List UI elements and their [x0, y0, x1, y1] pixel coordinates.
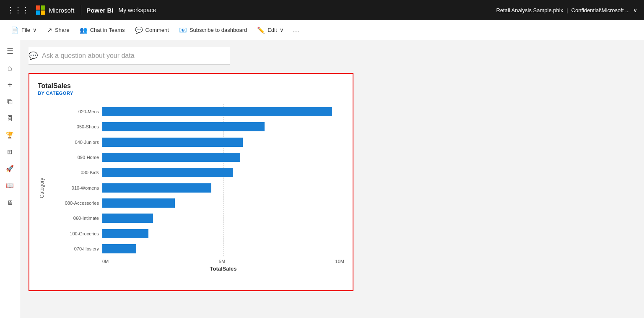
bar-fill[interactable] [102, 244, 136, 253]
x-tick: 0M [102, 259, 109, 264]
chart-title: TotalSales [38, 82, 344, 90]
bar-row: 080-Accessories [48, 197, 344, 209]
comment-label: Comment [145, 27, 169, 33]
bar-label: 050-Shoes [48, 124, 102, 129]
top-bar: ⋮⋮⋮ Microsoft Power BI My workspace Reta… [0, 0, 644, 20]
file-icon: 📄 [11, 26, 19, 34]
x-axis: 0M5M10M [102, 256, 344, 264]
bar-fill[interactable] [102, 107, 332, 116]
subscribe-label: Subscribe to dashboard [190, 27, 247, 33]
bar-track [102, 138, 344, 147]
bar-row: 050-Shoes [48, 120, 344, 133]
bar-fill[interactable] [102, 214, 153, 223]
file-title: Retail Analysis Sample.pbix [496, 7, 563, 13]
sidebar-item-create[interactable]: + [3, 77, 18, 92]
bar-track [102, 107, 344, 116]
x-tick: 10M [335, 259, 344, 264]
bar-label: 100-Groceries [48, 231, 102, 236]
comment-icon: 💬 [135, 26, 143, 34]
powerbi-label: Power BI [86, 7, 113, 14]
chat-label: Chat in Teams [90, 27, 125, 33]
sidebar-item-workspace[interactable]: 📖 [3, 178, 18, 193]
top-bar-right: Retail Analysis Sample.pbix | Confidenti… [496, 7, 637, 13]
teams-icon: 👥 [80, 26, 88, 34]
bar-row: 040-Juniors [48, 136, 344, 149]
subscribe-button[interactable]: 📧 Subscribe to dashboard [175, 24, 251, 36]
apps-icon[interactable]: ⋮⋮⋮ [7, 5, 29, 15]
bar-label: 090-Home [48, 155, 102, 160]
bars-area: 020-Mens050-Shoes040-Juniors090-Home030-… [48, 104, 344, 256]
bar-track [102, 229, 344, 238]
file-label: File [21, 27, 30, 33]
y-axis-label: Category [39, 178, 45, 198]
y-axis-label-container: Category [38, 104, 46, 272]
edit-button[interactable]: ✏️ Edit ∨ [253, 24, 288, 36]
share-label: Share [55, 27, 70, 33]
bar-row: 100-Groceries [48, 227, 344, 240]
bar-row: 020-Mens [48, 105, 344, 118]
bar-track [102, 168, 344, 177]
bar-fill[interactable] [102, 153, 240, 162]
subscribe-icon: 📧 [179, 26, 187, 34]
bar-track [102, 153, 344, 162]
divider [81, 5, 81, 15]
bar-label: 030-Kids [48, 170, 102, 175]
ask-question-bar[interactable]: 💬 Ask a question about your data [29, 47, 230, 65]
bar-chart: Category 020-Mens050-Shoes040-Juniors090… [38, 104, 344, 272]
bar-label: 020-Mens [48, 109, 102, 114]
x-axis-label: TotalSales [102, 264, 344, 272]
bar-row: 090-Home [48, 151, 344, 164]
chat-in-teams-button[interactable]: 👥 Chat in Teams [75, 24, 129, 36]
bar-label: 060-Intimate [48, 216, 102, 221]
bar-track [102, 122, 344, 131]
sidebar-item-apps[interactable]: ⊞ [3, 144, 18, 159]
bar-fill[interactable] [102, 183, 211, 193]
sidebar-item-hamburger[interactable]: ☰ [3, 44, 18, 59]
sidebar: ☰ ⌂ + ⧉ 🗄 🏆 ⊞ 🚀 📖 🖥 [0, 40, 20, 318]
bar-fill[interactable] [102, 198, 175, 208]
bar-label: 070-Hosiery [48, 246, 102, 251]
x-tick: 5M [219, 259, 225, 264]
bar-row: 060-Intimate [48, 212, 344, 224]
edit-icon: ✏️ [257, 26, 265, 34]
bar-fill[interactable] [102, 138, 243, 147]
confidential-label: Confidential\Microsoft ... [571, 7, 630, 13]
bar-fill[interactable] [102, 229, 148, 238]
bar-label: 040-Juniors [48, 140, 102, 145]
ask-icon: 💬 [29, 51, 38, 60]
edit-label: Edit [267, 27, 277, 33]
more-options-button[interactable]: ... [290, 24, 303, 36]
bar-row: 070-Hosiery [48, 242, 344, 255]
sidebar-item-browse[interactable]: ⧉ [3, 94, 18, 109]
bar-track [102, 214, 344, 223]
ask-placeholder: Ask a question about your data [42, 52, 135, 60]
bar-fill[interactable] [102, 168, 233, 177]
dropdown-chevron-button[interactable]: ∨ [633, 7, 637, 13]
sidebar-item-data[interactable]: 🗄 [3, 111, 18, 126]
file-button[interactable]: 📄 File ∨ [7, 24, 41, 36]
file-separator: | [566, 7, 568, 13]
share-button[interactable]: ↗ Share [43, 24, 74, 36]
bar-fill[interactable] [102, 122, 265, 131]
bar-label: 010-Womens [48, 185, 102, 190]
sidebar-item-learn[interactable]: 🚀 [3, 161, 18, 176]
microsoft-label: Microsoft [49, 7, 74, 14]
bar-row: 030-Kids [48, 166, 344, 179]
bar-track [102, 198, 344, 208]
share-icon: ↗ [47, 26, 52, 34]
sidebar-item-workspaces[interactable]: 🖥 [3, 195, 18, 210]
microsoft-logo: Microsoft [36, 5, 74, 15]
workspace-label: My workspace [118, 7, 156, 13]
edit-chevron-icon: ∨ [280, 27, 284, 33]
main-layout: ☰ ⌂ + ⧉ 🗄 🏆 ⊞ 🚀 📖 🖥 💬 Ask a question abo… [0, 40, 644, 318]
chart-card: TotalSales BY CATEGORY Category 020-Mens… [29, 73, 353, 291]
content-area: 💬 Ask a question about your data TotalSa… [20, 40, 644, 318]
bar-track [102, 244, 344, 253]
sidebar-item-goals[interactable]: 🏆 [3, 128, 18, 143]
chart-inner: 020-Mens050-Shoes040-Juniors090-Home030-… [48, 104, 344, 272]
toolbar: 📄 File ∨ ↗ Share 👥 Chat in Teams 💬 Comme… [0, 20, 644, 40]
bar-track [102, 183, 344, 193]
chart-subtitle: BY CATEGORY [38, 91, 344, 96]
comment-button[interactable]: 💬 Comment [131, 24, 173, 36]
sidebar-item-home[interactable]: ⌂ [3, 60, 18, 76]
